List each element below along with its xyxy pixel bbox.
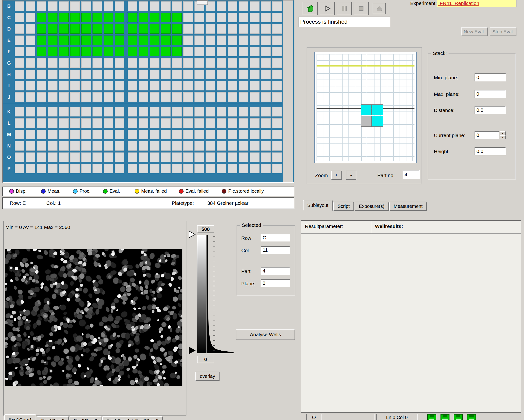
well-J13[interactable]	[150, 92, 159, 102]
well-H20[interactable]	[228, 70, 237, 79]
black-level-marker-icon[interactable]	[189, 347, 196, 354]
minimap-cell[interactable]	[361, 116, 372, 127]
well-B23[interactable]	[261, 1, 271, 11]
well-F20[interactable]	[228, 47, 237, 56]
well-L10[interactable]	[115, 118, 124, 128]
well-B9[interactable]	[104, 1, 113, 11]
eject-button[interactable]	[373, 3, 386, 14]
well-C20[interactable]	[228, 13, 237, 22]
well-C14[interactable]	[161, 13, 171, 22]
well-J8[interactable]	[93, 92, 102, 102]
well-P3[interactable]	[37, 164, 46, 173]
well-D5[interactable]	[59, 24, 69, 34]
well-I23[interactable]	[261, 81, 271, 90]
well-J10[interactable]	[115, 92, 124, 102]
tab-exp2cam2[interactable]: Exp2Cam2	[70, 416, 102, 420]
well-G8[interactable]	[93, 58, 102, 68]
well-C3[interactable]	[37, 13, 46, 22]
tab-exp1cam1-exp2cam2[interactable]: Exp1Cam1 + Exp2Cam2	[102, 416, 163, 420]
well-C4[interactable]	[48, 13, 58, 22]
experiment-field[interactable]: IFN41_Replication	[437, 0, 516, 7]
well-E24[interactable]	[272, 36, 282, 45]
well-N18[interactable]	[206, 141, 215, 151]
well-P12[interactable]	[139, 164, 148, 173]
well-P13[interactable]	[150, 164, 159, 173]
well-K15[interactable]	[172, 107, 182, 116]
well-B7[interactable]	[81, 1, 91, 11]
well-C9[interactable]	[104, 13, 113, 22]
well-C16[interactable]	[183, 13, 193, 22]
well-N5[interactable]	[59, 141, 69, 151]
max-plane-field[interactable]: 0	[475, 90, 506, 98]
well-D2[interactable]	[26, 24, 35, 34]
well-E15[interactable]	[172, 36, 182, 45]
well-L23[interactable]	[261, 118, 271, 128]
well-G4[interactable]	[48, 58, 58, 68]
minimap-cell[interactable]	[372, 116, 383, 127]
well-F14[interactable]	[161, 47, 171, 56]
well-H6[interactable]	[70, 70, 80, 79]
well-L21[interactable]	[239, 118, 248, 128]
well-H5[interactable]	[59, 70, 69, 79]
well-O23[interactable]	[261, 152, 271, 162]
well-F24[interactable]	[272, 47, 282, 56]
well-N14[interactable]	[161, 141, 171, 151]
well-G16[interactable]	[183, 58, 193, 68]
well-L18[interactable]	[206, 118, 215, 128]
well-I8[interactable]	[93, 81, 102, 90]
well-C11[interactable]	[128, 13, 137, 22]
well-P17[interactable]	[194, 164, 204, 173]
well-C10[interactable]	[115, 13, 124, 22]
well-F3[interactable]	[37, 47, 46, 56]
well-P19[interactable]	[217, 164, 226, 173]
well-O9[interactable]	[104, 152, 113, 162]
well-K7[interactable]	[81, 107, 91, 116]
well-L11[interactable]	[128, 118, 137, 128]
well-C21[interactable]	[239, 13, 248, 22]
well-N17[interactable]	[194, 141, 204, 151]
well-B21[interactable]	[239, 1, 248, 11]
well-N20[interactable]	[228, 141, 237, 151]
well-N22[interactable]	[250, 141, 260, 151]
well-K20[interactable]	[228, 107, 237, 116]
well-N11[interactable]	[128, 141, 137, 151]
well-I2[interactable]	[26, 81, 35, 90]
well-F6[interactable]	[70, 47, 80, 56]
start-button[interactable]	[320, 2, 335, 15]
well-E19[interactable]	[217, 36, 226, 45]
well-O8[interactable]	[93, 152, 102, 162]
tab-exp1cam1[interactable]: Exp1Cam1	[4, 414, 36, 420]
well-P8[interactable]	[93, 164, 102, 173]
well-D17[interactable]	[194, 24, 204, 34]
well-B24[interactable]	[272, 1, 282, 11]
well-L16[interactable]	[183, 118, 193, 128]
well-O11[interactable]	[128, 152, 137, 162]
well-N16[interactable]	[183, 141, 193, 151]
well-J11[interactable]	[128, 92, 137, 102]
well-O14[interactable]	[161, 152, 171, 162]
well-M5[interactable]	[59, 130, 69, 139]
well-K17[interactable]	[194, 107, 204, 116]
well-H12[interactable]	[139, 70, 148, 79]
well-M19[interactable]	[217, 130, 226, 139]
well-D23[interactable]	[261, 24, 271, 34]
well-B12[interactable]	[139, 1, 148, 11]
well-C13[interactable]	[150, 13, 159, 22]
well-D4[interactable]	[48, 24, 58, 34]
tab-measurement[interactable]: Measurement	[389, 202, 427, 211]
well-L22[interactable]	[250, 118, 260, 128]
min-plane-field[interactable]: 0	[475, 73, 506, 81]
pause-button[interactable]	[337, 2, 352, 15]
well-J5[interactable]	[59, 92, 69, 102]
analyse-wells-button[interactable]: Analyse Wells	[236, 329, 295, 340]
well-O1[interactable]	[15, 152, 24, 162]
well-P20[interactable]	[228, 164, 237, 173]
well-C22[interactable]	[250, 13, 260, 22]
well-H4[interactable]	[48, 70, 58, 79]
well-M2[interactable]	[26, 130, 35, 139]
well-G6[interactable]	[70, 58, 80, 68]
well-G10[interactable]	[115, 58, 124, 68]
height-field[interactable]: 0.0	[475, 147, 506, 155]
well-G5[interactable]	[59, 58, 69, 68]
well-K6[interactable]	[70, 107, 80, 116]
